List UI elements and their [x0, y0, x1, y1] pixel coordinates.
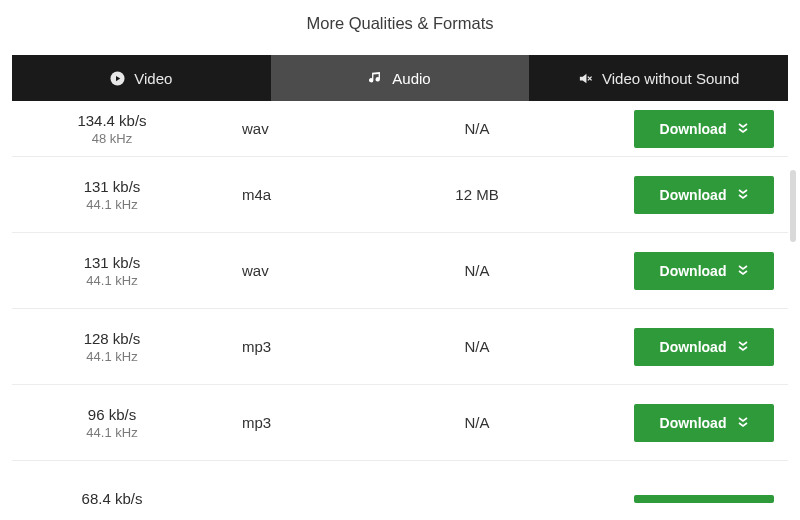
quality-cell: 134.4 kb/s 48 kHz — [12, 112, 212, 146]
music-note-icon — [369, 71, 383, 85]
tab-audio[interactable]: Audio — [271, 55, 530, 101]
volume-mute-icon — [578, 71, 593, 86]
download-label: Download — [660, 187, 727, 203]
download-label: Download — [660, 121, 727, 137]
format-cell: mp3 — [212, 338, 382, 355]
format-cell: mp3 — [212, 414, 382, 431]
format-tabs: Video Audio Video without Sound — [12, 55, 788, 101]
tab-audio-label: Audio — [392, 70, 430, 87]
size-cell: N/A — [382, 338, 572, 355]
quality-cell: 128 kb/s 44.1 kHz — [12, 330, 212, 364]
download-button[interactable]: Download — [634, 404, 774, 442]
quality-cell: 96 kb/s 44.1 kHz — [12, 406, 212, 440]
format-cell: m4a — [212, 186, 382, 203]
chevron-double-down-icon — [738, 341, 748, 353]
samplerate-value: 44.1 kHz — [86, 425, 137, 440]
download-button[interactable]: Download — [634, 176, 774, 214]
size-cell: 12 MB — [382, 186, 572, 203]
page-title: More Qualities & Formats — [12, 14, 788, 33]
table-row: 128 kb/s 44.1 kHz mp3 N/A Download — [12, 309, 788, 385]
bitrate-value: 128 kb/s — [84, 330, 141, 347]
bitrate-value: 96 kb/s — [88, 406, 136, 423]
bitrate-value: 131 kb/s — [84, 178, 141, 195]
format-list: 134.4 kb/s 48 kHz wav N/A Download 131 k… — [12, 101, 788, 503]
quality-cell: 68.4 kb/s — [12, 490, 212, 503]
format-cell: wav — [212, 262, 382, 279]
tab-video-label: Video — [134, 70, 172, 87]
size-cell: N/A — [382, 414, 572, 431]
bitrate-value: 134.4 kb/s — [77, 112, 146, 129]
samplerate-value: 44.1 kHz — [86, 349, 137, 364]
format-cell: wav — [212, 120, 382, 137]
size-cell: N/A — [382, 262, 572, 279]
chevron-double-down-icon — [738, 417, 748, 429]
quality-cell: 131 kb/s 44.1 kHz — [12, 254, 212, 288]
chevron-double-down-icon — [738, 265, 748, 277]
scrollbar-thumb[interactable] — [790, 170, 796, 242]
download-label: Download — [660, 415, 727, 431]
table-row: 68.4 kb/s — [12, 461, 788, 503]
download-button[interactable]: Download — [634, 328, 774, 366]
play-circle-icon — [110, 71, 125, 86]
bitrate-value: 131 kb/s — [84, 254, 141, 271]
chevron-double-down-icon — [738, 189, 748, 201]
samplerate-value: 44.1 kHz — [86, 273, 137, 288]
download-button[interactable]: Download — [634, 110, 774, 148]
table-row: 131 kb/s 44.1 kHz wav N/A Download — [12, 233, 788, 309]
download-button[interactable]: Download — [634, 252, 774, 290]
quality-cell: 131 kb/s 44.1 kHz — [12, 178, 212, 212]
table-row: 131 kb/s 44.1 kHz m4a 12 MB Download — [12, 157, 788, 233]
bitrate-value: 68.4 kb/s — [82, 490, 143, 507]
size-cell: N/A — [382, 120, 572, 137]
tab-video-no-sound[interactable]: Video without Sound — [529, 55, 788, 101]
download-label: Download — [660, 339, 727, 355]
samplerate-value: 44.1 kHz — [86, 197, 137, 212]
samplerate-value: 48 kHz — [92, 131, 132, 146]
tab-video[interactable]: Video — [12, 55, 271, 101]
chevron-double-down-icon — [738, 123, 748, 135]
tab-nosound-label: Video without Sound — [602, 70, 739, 87]
download-label: Download — [660, 263, 727, 279]
table-row: 134.4 kb/s 48 kHz wav N/A Download — [12, 101, 788, 157]
table-row: 96 kb/s 44.1 kHz mp3 N/A Download — [12, 385, 788, 461]
download-button[interactable] — [634, 495, 774, 503]
